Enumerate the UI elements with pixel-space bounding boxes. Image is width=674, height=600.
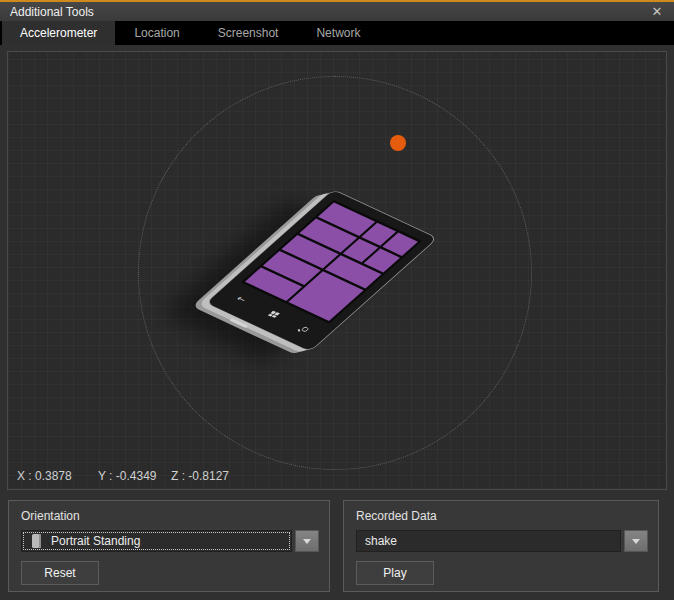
recorded-data-label: Recorded Data <box>356 509 437 523</box>
readout-y: Y : -0.4349 <box>98 469 171 483</box>
tilt-handle-dot[interactable] <box>390 135 406 151</box>
axis-readouts: X : 0.3878 Y : -0.4349 Z : -0.8127 <box>17 469 229 483</box>
orientation-label: Orientation <box>21 509 80 523</box>
back-icon: ← <box>233 294 249 305</box>
orientation-combobox-field[interactable]: Portrait Standing <box>21 530 292 552</box>
reset-button[interactable]: Reset <box>21 561 99 585</box>
search-icon <box>301 326 310 332</box>
windows-logo-icon <box>268 311 280 318</box>
play-button[interactable]: Play <box>356 561 434 585</box>
phone-portrait-icon <box>32 534 41 548</box>
tab-network[interactable]: Network <box>297 21 379 45</box>
orientation-combobox[interactable]: Portrait Standing <box>21 530 319 552</box>
tab-strip: Accelerometer Location Screenshot Networ… <box>0 21 674 45</box>
tab-accelerometer[interactable]: Accelerometer <box>2 21 115 45</box>
accelerometer-canvas[interactable]: ← X : 0.3878 Y : -0.4349 Z : -0.8127 <box>7 51 667 490</box>
recorded-data-panel: Recorded Data shake Play <box>343 500 659 592</box>
close-icon[interactable]: ✕ <box>646 3 668 20</box>
recorded-data-selected-value: shake <box>365 534 397 548</box>
title-bar: Additional Tools ✕ <box>0 2 674 21</box>
readout-z: Z : -0.8127 <box>171 469 229 483</box>
orientation-selected-value: Portrait Standing <box>51 534 140 548</box>
recorded-data-combobox[interactable]: shake <box>356 530 648 552</box>
recorded-data-combobox-field[interactable]: shake <box>356 530 621 552</box>
window-title: Additional Tools <box>10 5 94 19</box>
readout-x: X : 0.3878 <box>17 469 98 483</box>
orientation-panel: Orientation Portrait Standing Reset <box>8 500 330 592</box>
orientation-dropdown-button[interactable] <box>295 530 319 552</box>
chevron-down-icon <box>632 539 640 544</box>
tab-location[interactable]: Location <box>115 21 198 45</box>
chevron-down-icon <box>303 539 311 544</box>
recorded-data-dropdown-button[interactable] <box>624 530 648 552</box>
tab-screenshot[interactable]: Screenshot <box>199 21 298 45</box>
